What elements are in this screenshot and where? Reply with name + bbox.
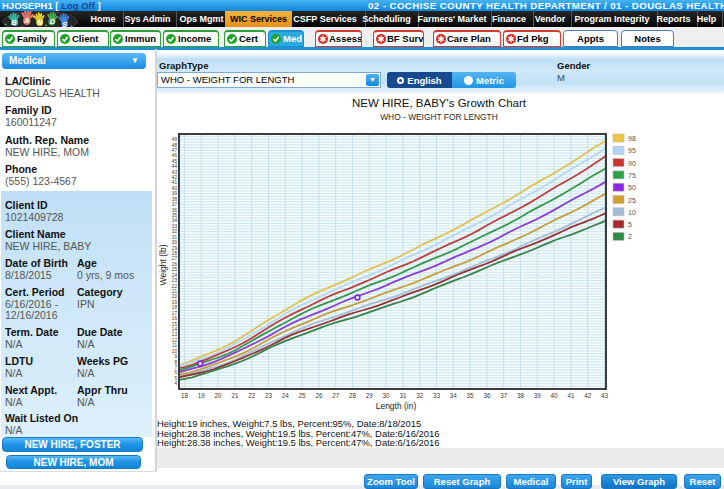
svg-text:44: 44: [172, 164, 178, 169]
svg-text:5: 5: [174, 376, 177, 381]
svg-text:27: 27: [172, 256, 178, 261]
svg-text:48: 48: [172, 143, 178, 148]
svg-text:26: 26: [315, 392, 323, 399]
svg-text:29: 29: [366, 392, 374, 399]
svg-text:37: 37: [500, 392, 508, 399]
svg-text:28: 28: [172, 251, 178, 256]
svg-text:NEW HIRE, BABY's Growth Chart: NEW HIRE, BABY's Growth Chart: [352, 97, 527, 109]
svg-text:11: 11: [172, 343, 177, 348]
svg-text:9: 9: [174, 354, 177, 359]
svg-text:50: 50: [628, 184, 636, 191]
svg-text:36: 36: [483, 392, 491, 399]
svg-text:B: B: [11, 18, 17, 27]
svg-text:98: 98: [628, 135, 636, 142]
svg-text:19: 19: [198, 392, 206, 399]
svg-text:31: 31: [399, 392, 407, 399]
svg-text:18: 18: [172, 305, 178, 310]
svg-text:24: 24: [282, 392, 290, 399]
svg-text:Length (in): Length (in): [376, 401, 417, 411]
svg-text:25: 25: [172, 267, 178, 272]
svg-text:40: 40: [551, 392, 559, 399]
svg-text:5: 5: [628, 221, 632, 228]
svg-text:13: 13: [172, 332, 178, 337]
svg-text:22: 22: [248, 392, 256, 399]
svg-text:38: 38: [172, 197, 178, 202]
svg-text:25: 25: [299, 392, 307, 399]
svg-text:28: 28: [349, 392, 357, 399]
svg-text:35: 35: [172, 213, 178, 218]
svg-text:7: 7: [174, 365, 177, 370]
svg-text:30: 30: [172, 240, 178, 245]
svg-text:15: 15: [172, 322, 178, 327]
svg-text:34: 34: [172, 218, 178, 223]
svg-text:N: N: [37, 18, 43, 27]
svg-text:4: 4: [174, 381, 177, 386]
svg-text:38: 38: [517, 392, 525, 399]
svg-text:29: 29: [172, 246, 178, 251]
svg-text:20: 20: [215, 392, 223, 399]
svg-text:40: 40: [172, 186, 178, 191]
svg-text:A: A: [23, 16, 29, 25]
svg-text:43: 43: [601, 392, 609, 399]
svg-text:42: 42: [172, 175, 178, 180]
svg-text:21: 21: [172, 289, 178, 294]
svg-text:24: 24: [172, 273, 178, 278]
svg-text:32: 32: [416, 392, 424, 399]
svg-text:D: D: [50, 17, 56, 26]
svg-text:18: 18: [181, 392, 189, 399]
svg-text:46: 46: [172, 153, 178, 158]
svg-text:37: 37: [172, 202, 178, 207]
svg-text:95: 95: [628, 147, 636, 154]
svg-text:36: 36: [172, 208, 178, 213]
svg-text:41: 41: [567, 392, 575, 399]
svg-text:31: 31: [172, 235, 178, 240]
svg-text:39: 39: [172, 191, 178, 196]
svg-text:42: 42: [584, 392, 592, 399]
svg-text:20: 20: [172, 294, 178, 299]
svg-text:22: 22: [172, 284, 178, 289]
svg-text:21: 21: [231, 392, 239, 399]
svg-text:23: 23: [265, 392, 273, 399]
svg-text:41: 41: [172, 180, 178, 185]
svg-text:30: 30: [383, 392, 391, 399]
svg-text:39: 39: [534, 392, 542, 399]
svg-text:2: 2: [628, 233, 632, 240]
svg-text:49: 49: [172, 137, 178, 142]
svg-text:43: 43: [172, 170, 178, 175]
svg-text:16: 16: [172, 316, 178, 321]
svg-text:26: 26: [172, 262, 178, 267]
svg-text:6: 6: [174, 370, 177, 375]
svg-text:32: 32: [172, 229, 178, 234]
svg-text:33: 33: [433, 392, 441, 399]
svg-text:10: 10: [172, 349, 178, 354]
svg-text:90: 90: [628, 160, 636, 167]
svg-text:34: 34: [450, 392, 458, 399]
svg-text:33: 33: [172, 224, 178, 229]
svg-text:10: 10: [628, 209, 636, 216]
svg-text:75: 75: [628, 172, 636, 179]
svg-text:47: 47: [172, 148, 178, 153]
svg-text:17: 17: [172, 311, 178, 316]
svg-text:35: 35: [467, 392, 475, 399]
svg-text:23: 23: [172, 278, 178, 283]
svg-text:14: 14: [172, 327, 178, 332]
svg-text:WHO - WEIGHT FOR LENGTH: WHO - WEIGHT FOR LENGTH: [380, 112, 498, 122]
svg-text:27: 27: [332, 392, 340, 399]
svg-text:Weight (lb): Weight (lb): [158, 244, 168, 285]
svg-text:25: 25: [628, 197, 636, 204]
svg-text:8: 8: [174, 360, 177, 365]
svg-text:19: 19: [172, 300, 178, 305]
svg-text:45: 45: [172, 159, 178, 164]
svg-text:12: 12: [172, 338, 178, 343]
